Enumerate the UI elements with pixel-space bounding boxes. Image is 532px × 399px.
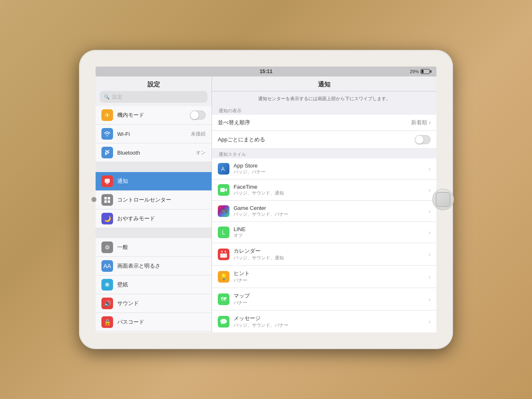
control-center-label: コントロールセンター xyxy=(117,196,206,204)
notifications-title: 通知 xyxy=(212,76,436,91)
settings-item-dnd[interactable]: 🌙 おやすみモード xyxy=(96,209,212,228)
section-divider-2 xyxy=(96,228,212,238)
notif-app-maps[interactable]: 🗺 マップ バナー › xyxy=(212,288,436,310)
status-bar: 15:11 29% xyxy=(96,66,436,76)
settings-item-passcode[interactable]: 🔒 パスコード xyxy=(96,313,212,332)
clock: 15:11 xyxy=(260,69,273,74)
notif-app-messages[interactable]: メッセージ バッジ、サウンド、バナー › xyxy=(212,310,436,332)
messages-detail: バッジ、サウンド、バナー xyxy=(234,322,288,328)
sort-order-row[interactable]: 並べ替え順序 新着順 › xyxy=(212,115,436,131)
messages-name: メッセージ xyxy=(234,315,288,322)
svg-text:A: A xyxy=(221,166,225,172)
settings-item-wifi[interactable]: Wi-Fi 未接続 xyxy=(96,125,212,143)
notif-app-tips[interactable]: 💡 ヒント バナー › xyxy=(212,266,436,288)
maps-detail: バナー xyxy=(234,300,250,306)
wallpaper-icon: ❋ xyxy=(101,279,113,291)
svg-rect-0 xyxy=(105,179,110,183)
notifications-icon xyxy=(101,175,113,187)
calendar-content: カレンダー バッジ、サウンド、通知 xyxy=(218,247,429,261)
line-chevron: › xyxy=(429,229,431,236)
group-toggle-knob xyxy=(415,135,424,144)
general-label: 一般 xyxy=(117,244,206,251)
section-divider-1 xyxy=(96,162,212,172)
notif-style-section: 通知スタイル xyxy=(212,149,436,158)
gamecenter-chevron: › xyxy=(429,208,431,214)
notif-app-gamecenter[interactable]: 🎮 Game Center バッジ、サウンド、バナー › xyxy=(212,201,436,222)
line-text: LINE オフ xyxy=(234,226,246,239)
tips-icon: 💡 xyxy=(218,271,229,283)
appstore-icon: A xyxy=(218,163,229,175)
notif-display-section: 通知の表示 xyxy=(212,105,436,115)
wallpaper-label: 壁紙 xyxy=(117,281,206,288)
maps-chevron: › xyxy=(429,296,431,303)
status-indicators: 29% xyxy=(410,69,430,74)
dnd-icon: 🌙 xyxy=(101,213,113,224)
gamecenter-text: Game Center バッジ、サウンド、バナー xyxy=(234,205,288,217)
calendar-name: カレンダー xyxy=(234,247,284,255)
group-toggle-row[interactable]: Appごとにまとめる xyxy=(212,131,436,149)
facetime-name: FaceTime xyxy=(234,184,284,190)
gamecenter-detail: バッジ、サウンド、バナー xyxy=(234,211,288,217)
svg-rect-11 xyxy=(222,251,222,253)
svg-rect-12 xyxy=(225,251,226,253)
facetime-text: FaceTime バッジ、サウンド、通知 xyxy=(234,184,284,196)
notif-app-line[interactable]: L LINE オフ › xyxy=(212,222,436,243)
gamecenter-name: Game Center xyxy=(234,205,288,211)
passcode-label: パスコード xyxy=(117,318,206,326)
settings-item-battery[interactable]: 🔋 バッテリー xyxy=(96,332,212,332)
svg-marker-8 xyxy=(225,188,227,192)
content-area: 設定 🔍 設定 ✈ 機内モード xyxy=(96,76,436,332)
sort-value: 新着順 › xyxy=(411,119,431,126)
wifi-icon xyxy=(101,128,113,140)
messages-chevron: › xyxy=(429,318,431,325)
notifications-label: 通知 xyxy=(117,177,206,185)
tips-chevron: › xyxy=(429,273,431,280)
svg-rect-1 xyxy=(106,183,108,184)
tips-text: ヒント バナー xyxy=(234,270,250,283)
settings-item-sound[interactable]: 🔊 サウンド xyxy=(96,294,212,313)
gamecenter-content: 🎮 Game Center バッジ、サウンド、バナー xyxy=(218,205,429,217)
settings-item-wallpaper[interactable]: ❋ 壁紙 xyxy=(96,276,212,294)
appstore-name: App Store xyxy=(234,163,266,169)
svg-point-13 xyxy=(220,319,227,324)
svg-rect-3 xyxy=(108,197,110,200)
settings-item-bluetooth[interactable]: Bluetooth オン xyxy=(96,143,212,162)
dnd-label: おやすみモード xyxy=(117,215,206,222)
appstore-chevron: › xyxy=(429,165,431,172)
home-button-inner xyxy=(436,192,451,207)
gamecenter-icon: 🎮 xyxy=(218,205,229,217)
search-icon: 🔍 xyxy=(104,94,110,100)
maps-icon: 🗺 xyxy=(218,293,229,305)
passcode-icon: 🔒 xyxy=(101,316,113,328)
sound-icon: 🔊 xyxy=(101,298,113,309)
airplane-toggle[interactable] xyxy=(190,111,206,120)
appstore-text: App Store バッジ、バナー xyxy=(234,163,266,175)
settings-item-notifications[interactable]: 通知 xyxy=(96,172,212,191)
general-icon: ⚙ xyxy=(101,241,113,253)
svg-rect-10 xyxy=(220,252,227,254)
settings-item-display[interactable]: AA 画面表示と明るさ xyxy=(96,257,212,276)
screen: 15:11 29% 設定 🔍 設定 ✈ xyxy=(96,66,436,332)
control-center-icon xyxy=(101,194,113,206)
group-toggle[interactable] xyxy=(415,135,431,144)
battery-percent: 29% xyxy=(410,69,419,74)
sound-label: サウンド xyxy=(117,300,206,307)
settings-item-airplane[interactable]: ✈ 機内モード xyxy=(96,106,212,125)
notif-app-facetime[interactable]: FaceTime バッジ、サウンド、通知 › xyxy=(212,180,436,201)
notif-app-appstore[interactable]: A App Store バッジ、バナー › xyxy=(212,158,436,180)
line-content: L LINE オフ xyxy=(218,226,429,239)
settings-panel: 設定 🔍 設定 ✈ 機内モード xyxy=(96,76,212,332)
group-label: Appごとにまとめる xyxy=(218,136,415,143)
notif-app-calendar[interactable]: カレンダー バッジ、サウンド、通知 › xyxy=(212,243,436,266)
settings-item-control-center[interactable]: コントロールセンター xyxy=(96,191,212,209)
svg-marker-14 xyxy=(221,323,223,325)
svg-rect-7 xyxy=(220,188,225,192)
search-bar[interactable]: 🔍 設定 xyxy=(100,91,207,103)
line-name: LINE xyxy=(234,226,246,232)
bluetooth-value: オン xyxy=(196,149,206,156)
notifications-hint: 通知センターを表示するには画面上部から下にスワイプします。 xyxy=(212,91,436,105)
settings-item-general[interactable]: ⚙ 一般 xyxy=(96,238,212,257)
home-button[interactable] xyxy=(432,189,454,210)
sort-label: 並べ替え順序 xyxy=(218,119,411,126)
display-label: 画面表示と明るさ xyxy=(117,262,206,270)
